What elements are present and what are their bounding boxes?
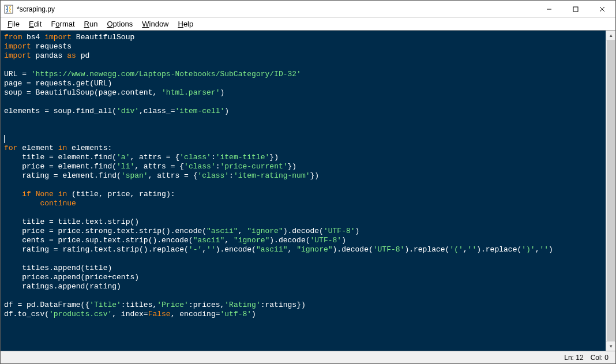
menu-help[interactable]: Help (174, 18, 198, 29)
maximize-button[interactable] (562, 1, 589, 17)
scroll-track[interactable] (606, 40, 615, 341)
statusbar: Ln: 12 Col: 0 (1, 351, 615, 363)
close-button[interactable] (589, 1, 615, 17)
menu-file[interactable]: File (3, 18, 24, 29)
title-left: *scraping.py (1, 5, 536, 14)
menu-window[interactable]: Window (137, 18, 173, 29)
status-col: Col: 0 (591, 354, 609, 362)
menu-format[interactable]: Format (46, 18, 79, 29)
scroll-down-icon[interactable]: ▾ (606, 341, 615, 351)
menubar: FileEditFormatRunOptionsWindowHelp (1, 18, 615, 31)
app-window: *scraping.py FileEditFormatRunOptionsWin… (0, 0, 616, 364)
menu-edit[interactable]: Edit (24, 18, 46, 29)
app-icon (4, 5, 13, 14)
titlebar[interactable]: *scraping.py (1, 1, 615, 18)
status-line: Ln: 12 (564, 354, 583, 362)
window-title: *scraping.py (17, 5, 55, 13)
scroll-thumb[interactable] (607, 40, 615, 341)
svg-rect-2 (573, 7, 578, 12)
menu-options[interactable]: Options (102, 18, 137, 29)
menu-run[interactable]: Run (80, 18, 103, 29)
svg-rect-0 (5, 5, 13, 13)
editor-wrap: from bs4 import BeautifulSoup import req… (1, 31, 615, 351)
code-editor[interactable]: from bs4 import BeautifulSoup import req… (1, 31, 606, 351)
window-controls (536, 1, 615, 17)
scroll-up-icon[interactable]: ▴ (606, 31, 615, 40)
minimize-button[interactable] (536, 1, 562, 17)
vertical-scrollbar[interactable]: ▴ ▾ (606, 31, 615, 351)
